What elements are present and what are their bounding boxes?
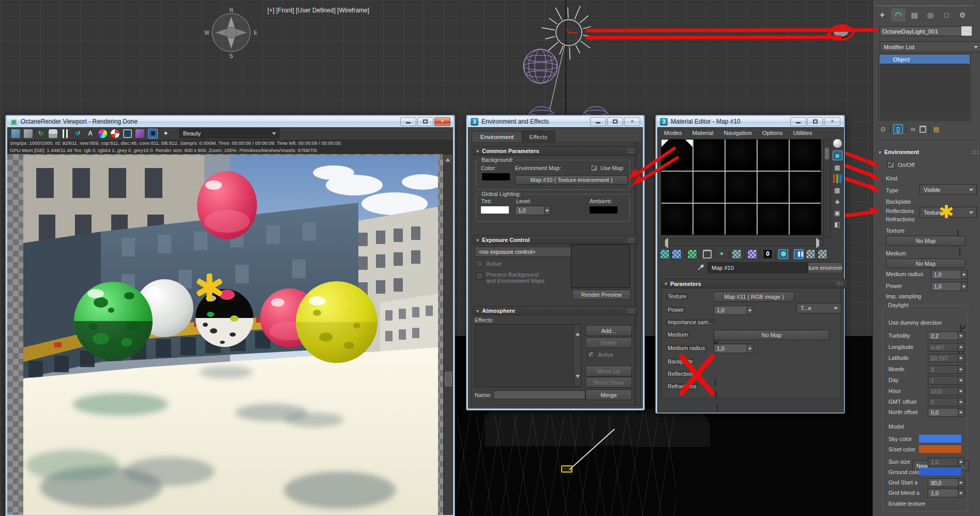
refractions-checkbox[interactable] xyxy=(959,248,960,255)
put-to-scene-icon[interactable] xyxy=(672,249,682,259)
save-render-icon[interactable] xyxy=(11,129,20,138)
daylight-compass-object[interactable] xyxy=(561,465,572,473)
sample-slot[interactable] xyxy=(693,204,725,235)
sample-slot[interactable] xyxy=(726,204,757,235)
sample-slot[interactable] xyxy=(726,140,757,171)
ambient-swatch[interactable] xyxy=(590,206,617,214)
medium-button[interactable]: No Map xyxy=(714,330,830,340)
menu-utilities[interactable]: Utilities xyxy=(788,129,817,137)
display-icon[interactable] xyxy=(123,129,132,138)
ground-color-swatch[interactable] xyxy=(919,468,961,476)
refresh-icon[interactable]: ↻ xyxy=(36,129,45,138)
sample-slot-map10[interactable] xyxy=(661,140,692,171)
map-type-button[interactable]: Texture environment xyxy=(808,262,843,274)
sample-slot[interactable] xyxy=(758,140,789,171)
render-pass-dropdown[interactable]: Beauty xyxy=(179,128,280,139)
tab-effects[interactable]: Effects xyxy=(522,131,555,143)
process-background-checkbox[interactable]: Process Backgroundand Environment Maps xyxy=(476,271,545,284)
minimize-button[interactable] xyxy=(790,117,806,126)
medium-radius-spinner[interactable]: 1,0 xyxy=(931,270,968,279)
texture-nomap-button[interactable]: No Map xyxy=(886,236,966,246)
material-id-icon[interactable]: 0 xyxy=(763,249,773,259)
sky-color-swatch[interactable] xyxy=(919,435,961,443)
texture-type-dropdown[interactable]: T...e xyxy=(796,303,841,313)
scroll-thumb[interactable] xyxy=(445,372,452,386)
sparkle-icon[interactable]: ✦ xyxy=(161,129,170,138)
text-overlay-icon[interactable]: A xyxy=(86,129,95,138)
render-preview-button[interactable]: Render Preview xyxy=(572,290,631,300)
slots-vscrollbar[interactable] xyxy=(823,139,831,237)
tab-environment[interactable]: Environment xyxy=(472,131,522,143)
day-spinner[interactable]: 1 xyxy=(928,376,964,385)
show-background-icon[interactable] xyxy=(778,249,788,259)
sample-slot[interactable] xyxy=(661,172,692,203)
env-title-bar[interactable]: 3 Environment and Effects × xyxy=(468,116,643,127)
add-effect-button[interactable]: Add... xyxy=(585,325,632,336)
minimize-button[interactable] xyxy=(590,117,606,126)
tab-utilities[interactable]: ⚙ xyxy=(955,8,970,22)
tint-swatch[interactable] xyxy=(481,206,509,214)
stack-item-object[interactable]: Object xyxy=(880,55,970,64)
object-name-field[interactable]: OctaneDayLight_001 xyxy=(880,26,963,36)
modifier-list-dropdown[interactable]: Modifier List xyxy=(880,41,980,52)
background-color-swatch[interactable] xyxy=(482,173,510,180)
backlight-icon[interactable]: ◙ xyxy=(833,150,842,160)
env-scrollbar[interactable] xyxy=(635,142,641,406)
show-end-result-icon[interactable]: ▯ xyxy=(893,124,903,134)
render-bucket-icon[interactable] xyxy=(135,129,144,138)
scroll-thumb[interactable] xyxy=(825,148,829,159)
pin-stack-icon[interactable]: ⊙ xyxy=(879,125,887,133)
octane-title-bar[interactable]: ▣ OctaneRender Viewport - Rendering Done… xyxy=(7,116,453,127)
gmt-offset-spinner[interactable]: 0 xyxy=(928,398,964,406)
type-dropdown[interactable]: Texture xyxy=(919,207,977,218)
close-button[interactable]: × xyxy=(434,117,450,126)
power-spinner[interactable]: 1,0 xyxy=(714,306,753,315)
minimize-button[interactable] xyxy=(400,117,416,126)
select-by-material-icon[interactable]: ◧ xyxy=(833,220,842,229)
sample-slot[interactable] xyxy=(790,140,821,171)
environment-map-button[interactable]: Map #10 ( Texture environment ) xyxy=(515,175,628,185)
month-spinner[interactable]: 3 xyxy=(928,365,964,374)
pinwheel-icon[interactable] xyxy=(111,129,119,138)
show-end-result-icon[interactable] xyxy=(794,249,804,259)
tab-modify[interactable]: ◠ xyxy=(891,8,906,22)
render-vertical-scrollbar[interactable] xyxy=(443,154,453,515)
maximize-button[interactable] xyxy=(807,117,823,126)
sample-slot[interactable] xyxy=(758,204,789,235)
menu-options[interactable]: Options xyxy=(757,129,788,137)
move-down-button[interactable]: Move Down xyxy=(585,377,632,388)
exposure-control-dropdown[interactable]: <no exposure control> xyxy=(475,247,583,257)
restart-icon[interactable]: ↺ xyxy=(73,129,82,138)
close-button[interactable]: × xyxy=(824,117,840,126)
maximize-button[interactable] xyxy=(417,117,433,126)
slots-hscrollbar[interactable] xyxy=(661,238,823,246)
rollout-environment[interactable]: ▾Environment xyxy=(876,148,980,156)
rollout-parameters[interactable]: ▾Parameters xyxy=(661,279,847,289)
onoff-checkbox[interactable]: On/Off xyxy=(887,161,914,169)
backplate-checkbox[interactable] xyxy=(715,379,716,386)
power-spinner[interactable]: 1,0 xyxy=(931,282,968,291)
pause-icon[interactable] xyxy=(61,129,70,138)
eyedropper-icon[interactable] xyxy=(697,264,704,271)
mat-title-bar[interactable]: 3 Material Editor - Map #10 × xyxy=(657,116,843,127)
texture-map-button[interactable]: Map #11 ( RGB image ) xyxy=(714,292,794,302)
tab-hierarchy[interactable]: ▤ xyxy=(907,8,922,22)
remove-modifier-icon[interactable] xyxy=(919,126,926,133)
effect-active-checkbox[interactable]: Active xyxy=(587,351,613,358)
render-canvas-area[interactable] xyxy=(7,154,453,515)
options-icon[interactable]: ▣ xyxy=(833,208,842,217)
configure-modifier-sets-icon[interactable]: ▤ xyxy=(932,125,941,133)
save-material-icon[interactable] xyxy=(747,249,757,259)
gnd-blend-spinner[interactable]: 1,0 xyxy=(928,489,964,497)
modifier-stack[interactable]: Object xyxy=(879,54,971,121)
rollout-common-parameters[interactable]: ▾Common Parameters xyxy=(473,146,638,156)
sample-slot[interactable] xyxy=(790,172,821,203)
sample-tiling-icon[interactable] xyxy=(833,174,842,183)
make-unique-icon[interactable]: ✦ xyxy=(717,250,726,259)
material-name-dropdown[interactable]: Map #10 xyxy=(707,262,819,274)
object-color-swatch[interactable] xyxy=(961,26,972,36)
rollout-exposure-control[interactable]: ▾Exposure Control xyxy=(473,235,638,245)
sample-slot[interactable] xyxy=(693,172,725,203)
effect-name-field[interactable] xyxy=(493,390,585,399)
effects-listbox[interactable] xyxy=(475,324,581,387)
